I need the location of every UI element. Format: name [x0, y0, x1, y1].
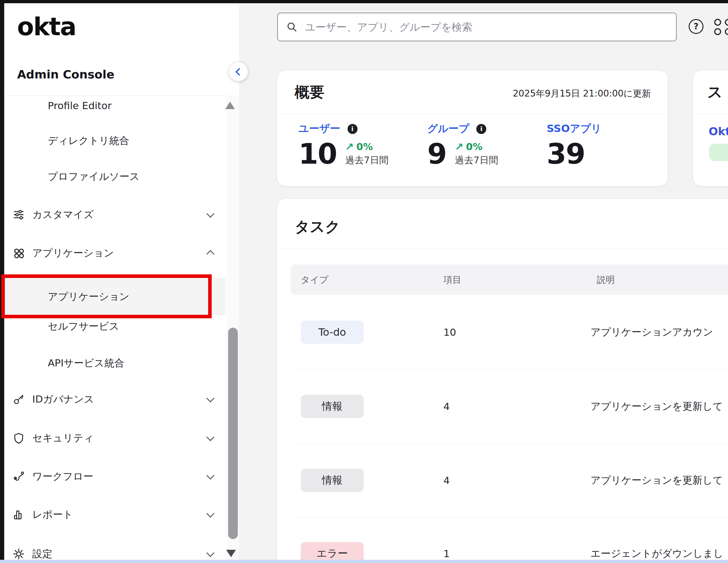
status-badge-todo: To-do: [301, 321, 364, 344]
sidebar-item-profile-editor[interactable]: Profile Editor: [4, 90, 227, 121]
status-service-link[interactable]: Okt: [709, 125, 728, 138]
users-trend: 0%: [356, 142, 373, 152]
top-black-bar: [0, 0, 728, 3]
groups-period: 過去7日間: [455, 154, 498, 167]
tasks-table-header: タイプ 項目 説明: [291, 264, 728, 295]
task-count: 4: [443, 469, 450, 492]
column-header-description: 説明: [597, 264, 615, 295]
sidebar-item-api-service-integrations[interactable]: APIサービス統合: [4, 348, 227, 379]
groups-trend: 0%: [466, 142, 482, 152]
sliders-icon: [13, 209, 25, 220]
divider: [693, 114, 728, 114]
shield-icon: [13, 432, 25, 444]
column-header-items: 項目: [443, 264, 461, 295]
task-description-link[interactable]: アプリケーションアカウン: [591, 321, 713, 344]
okta-admin-console: okta Admin Console Profile Editor ディレクトリ…: [0, 0, 728, 563]
scroll-down-arrow-icon[interactable]: [226, 550, 236, 557]
info-icon[interactable]: i: [476, 124, 486, 134]
groups-link[interactable]: グループ: [427, 122, 469, 136]
divider: [277, 114, 668, 114]
search-icon: [286, 21, 298, 33]
users-count: 10: [298, 140, 337, 168]
status-title: ス: [707, 82, 723, 102]
annotation-red-box: [1, 274, 212, 318]
sso-apps-count: 39: [547, 140, 585, 168]
okta-logo: okta: [17, 12, 76, 41]
sidebar-item-security[interactable]: セキュリティ: [4, 423, 227, 454]
column-header-type: タイプ: [301, 264, 329, 295]
help-button[interactable]: ?: [689, 19, 703, 34]
groups-count: 9: [427, 140, 446, 168]
users-period: 過去7日間: [345, 154, 388, 167]
global-search: [277, 13, 677, 41]
sso-apps-link[interactable]: SSOアプリ: [547, 122, 602, 136]
console-title: Admin Console: [17, 68, 114, 81]
table-row: 情報 4 アプリケーションを更新して: [301, 469, 728, 492]
stat-users: ユーザー i 10 ↗ 0% 過去7日間: [298, 122, 389, 168]
chevron-down-icon: [206, 471, 214, 479]
chevron-down-icon: [206, 394, 214, 402]
apps-grid-icon: [13, 247, 25, 259]
sidebar-item-directory-integrations[interactable]: ディレクトリ統合: [4, 125, 227, 156]
status-badge: [709, 144, 728, 161]
task-count: 4: [443, 395, 450, 418]
search-input[interactable]: [304, 21, 661, 34]
sidebar-item-profile-sources[interactable]: プロファイルソース: [4, 161, 227, 192]
task-description-link[interactable]: アプリケーションを更新して: [591, 395, 723, 418]
row-divider: [291, 369, 728, 370]
app-switcher-button[interactable]: [714, 18, 728, 36]
gear-icon: [13, 548, 25, 560]
bar-chart-icon: [13, 509, 25, 520]
sidebar-item-workflow[interactable]: ワークフロー: [4, 461, 227, 492]
chevron-up-icon: [206, 250, 214, 258]
chevron-down-icon: [206, 549, 214, 557]
tasks-card: タスク タイプ 項目 説明 To-do 10 アプリケーションアカウン 情報 4…: [277, 199, 728, 563]
trend-up-arrow-icon: ↗: [345, 142, 354, 152]
sidebar-item-reports[interactable]: レポート: [4, 499, 227, 530]
key-icon: [13, 394, 25, 405]
sidebar-item-settings[interactable]: 設定: [4, 538, 227, 563]
chevron-down-icon: [206, 433, 214, 441]
overview-title: 概要: [295, 82, 324, 102]
overview-card: 概要 2025年9月15日 21:00:00に更新 ユーザー i 10 ↗ 0%…: [277, 71, 668, 186]
chevron-left-icon: [235, 68, 243, 75]
scroll-up-arrow-icon[interactable]: [225, 102, 235, 109]
row-divider: [291, 444, 728, 444]
stat-groups: グループ i 9 ↗ 0% 過去7日間: [427, 122, 498, 168]
sidebar-item-customizations[interactable]: カスタマイズ: [4, 199, 227, 230]
question-mark-icon: ?: [693, 22, 698, 31]
status-card: ス Okt: [693, 71, 728, 186]
chevron-down-icon: [206, 509, 214, 518]
chevron-down-icon: [206, 209, 214, 217]
task-description-link[interactable]: アプリケーションを更新して: [591, 469, 723, 492]
workflow-icon: [13, 471, 25, 482]
apps-grid-icon: [714, 18, 728, 36]
sidebar-item-applications[interactable]: アプリケーション: [4, 237, 227, 268]
sidebar-scrollbar-thumb[interactable]: [228, 328, 238, 539]
status-badge-info: 情報: [301, 395, 364, 418]
task-count: 10: [443, 321, 456, 344]
users-link[interactable]: ユーザー: [298, 122, 340, 136]
sidebar-item-identity-governance[interactable]: IDガバナンス: [4, 384, 227, 415]
trend-up-arrow-icon: ↗: [455, 142, 463, 152]
sidebar-collapse-button[interactable]: [229, 62, 248, 81]
status-badge-info: 情報: [301, 469, 364, 492]
stat-sso-apps: SSOアプリ 39: [547, 122, 602, 168]
bottom-blue-strip: [0, 560, 728, 563]
table-row: To-do 10 アプリケーションアカウン: [301, 321, 728, 344]
divider: [277, 249, 728, 249]
table-row: 情報 4 アプリケーションを更新して: [301, 395, 728, 418]
info-icon[interactable]: i: [348, 124, 358, 134]
overview-updated-timestamp: 2025年9月15日 21:00:00に更新: [513, 87, 651, 100]
tasks-title: タスク: [295, 217, 340, 237]
